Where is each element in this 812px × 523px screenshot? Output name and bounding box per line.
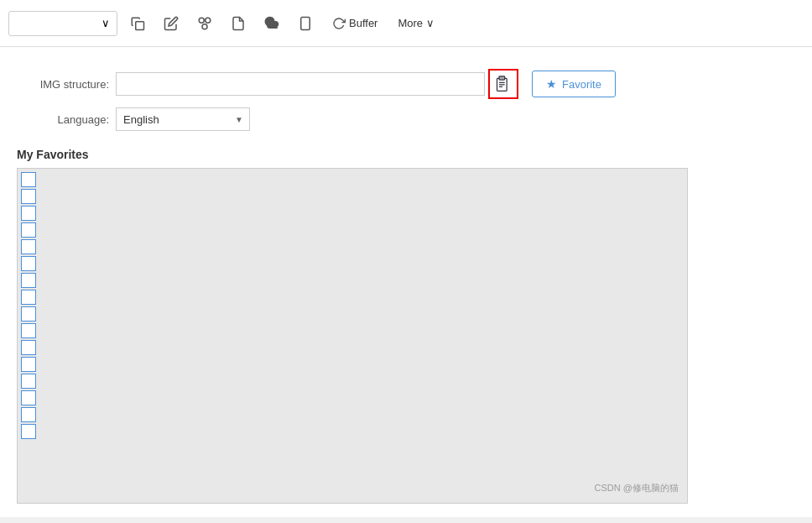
cloud-icon-btn[interactable]: [258, 10, 285, 37]
more-btn[interactable]: More ∨: [391, 13, 441, 33]
cloud-icon: [263, 16, 280, 31]
row-checkbox-12[interactable]: [21, 357, 36, 372]
svg-point-2: [206, 18, 211, 23]
phone-icon: [297, 16, 314, 31]
toolbar: ∨: [0, 0, 812, 47]
table-content-area: [44, 169, 687, 503]
magic-icon-btn[interactable]: [191, 10, 218, 37]
row-checkbox-14[interactable]: [21, 390, 36, 405]
favorite-button[interactable]: ★ Favorite: [532, 71, 616, 97]
img-structure-input[interactable]: [116, 72, 485, 96]
copy-icon-btn[interactable]: [124, 10, 151, 37]
img-structure-input-wrapper: [116, 69, 518, 99]
file-icon-btn[interactable]: [225, 10, 252, 37]
toolbar-dropdown-chevron: ∨: [102, 17, 110, 29]
favorites-title: My Favorites: [17, 148, 795, 161]
pencil-icon: [164, 16, 179, 31]
row-checkbox-6[interactable]: [21, 256, 36, 271]
paste-icon: [495, 75, 512, 93]
row-checkbox-7[interactable]: [21, 273, 36, 288]
file-icon: [231, 16, 246, 31]
paste-button[interactable]: [488, 69, 518, 99]
buffer-label: Buffer: [349, 17, 377, 29]
row-checkbox-1[interactable]: [21, 172, 36, 187]
row-checkbox-10[interactable]: [21, 323, 36, 338]
svg-rect-0: [136, 21, 144, 29]
img-structure-label: IMG structure:: [17, 78, 109, 91]
svg-rect-7: [499, 76, 505, 80]
main-content: IMG structure:: [0, 47, 812, 517]
edit-icon-btn[interactable]: [158, 10, 185, 37]
refresh-icon: [332, 17, 346, 30]
row-checkbox-8[interactable]: [21, 290, 36, 305]
checkbox-column: [18, 169, 44, 503]
star-icon: ★: [546, 77, 557, 91]
magic-icon: [197, 16, 212, 31]
row-checkbox-5[interactable]: [21, 239, 36, 254]
more-chevron: ∨: [426, 17, 435, 29]
favorite-label: Favorite: [562, 78, 601, 91]
language-row: Language: English Chinese Japanese Korea…: [17, 107, 795, 131]
svg-point-3: [202, 24, 207, 29]
language-label: Language:: [17, 113, 109, 126]
row-checkbox-4[interactable]: [21, 222, 36, 238]
more-label: More: [398, 17, 423, 29]
row-checkbox-13[interactable]: [21, 374, 36, 389]
toolbar-dropdown[interactable]: ∨: [8, 11, 117, 36]
row-checkbox-15[interactable]: [21, 407, 36, 422]
row-checkbox-16[interactable]: [21, 424, 36, 439]
favorites-section: My Favorites: [17, 139, 795, 504]
row-checkbox-3[interactable]: [21, 206, 36, 221]
language-select-wrapper: English Chinese Japanese Korean ▼: [116, 107, 250, 131]
svg-point-1: [199, 18, 204, 23]
row-checkbox-11[interactable]: [21, 340, 36, 355]
row-checkbox-2[interactable]: [21, 189, 36, 204]
copy-icon: [130, 16, 145, 31]
img-structure-row: IMG structure:: [17, 69, 795, 99]
row-checkbox-9[interactable]: [21, 306, 36, 322]
buffer-btn[interactable]: Buffer: [325, 13, 384, 34]
phone-icon-btn[interactable]: [292, 10, 319, 37]
watermark: CSDN @修电脑的猫: [595, 482, 679, 494]
language-select[interactable]: English Chinese Japanese Korean: [116, 107, 250, 131]
form-area: IMG structure:: [17, 60, 795, 139]
favorites-table-area: CSDN @修电脑的猫: [17, 168, 688, 504]
